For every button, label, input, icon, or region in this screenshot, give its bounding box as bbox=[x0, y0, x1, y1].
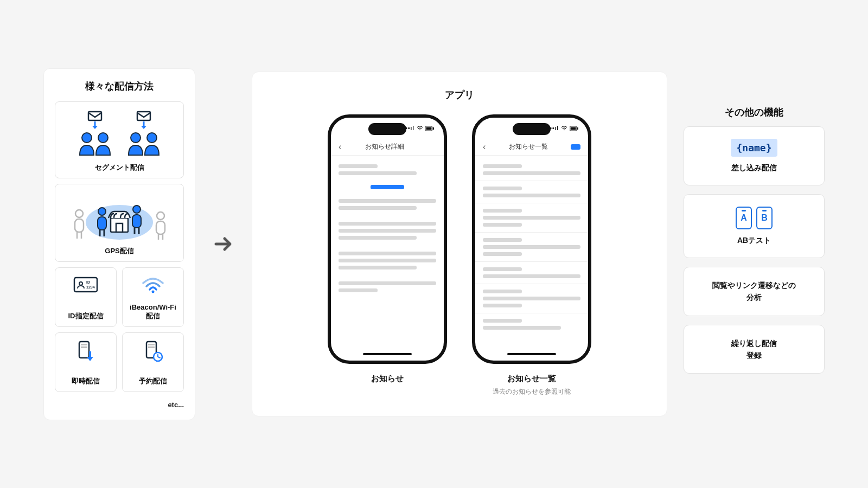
feature-analytics-line2: 分析 bbox=[691, 291, 818, 303]
ab-a-icon: A bbox=[736, 207, 752, 229]
card-segment-delivery: セグメント配信 bbox=[55, 101, 184, 178]
phone-mockup: ••ıl ‹ お知らせ詳細 bbox=[328, 114, 447, 364]
card-instant-label: 即時配信 bbox=[60, 376, 112, 386]
signal-icon: ••ıl bbox=[550, 125, 559, 131]
segment-icon bbox=[60, 110, 179, 158]
phone-list-block: ••ıl ‹ お知らせ一覧 bbox=[472, 114, 591, 396]
back-icon: ‹ bbox=[339, 142, 341, 152]
nav-action-pill bbox=[571, 144, 580, 150]
card-id-delivery: ID 1234 ID指定配信 bbox=[55, 267, 117, 327]
svg-text:ID: ID bbox=[86, 280, 90, 284]
status-bar-icons: ••ıl bbox=[405, 125, 434, 131]
svg-rect-0 bbox=[88, 112, 101, 120]
svg-point-18 bbox=[79, 282, 82, 285]
svg-point-11 bbox=[133, 206, 141, 213]
feature-merge-delivery: {name} 差し込み配信 bbox=[684, 126, 825, 185]
other-features-title: その他の機能 bbox=[684, 106, 825, 119]
svg-text:1234: 1234 bbox=[86, 285, 95, 289]
feature-analytics: 閲覧やリンク遷移などの 分析 bbox=[684, 267, 825, 316]
svg-rect-10 bbox=[98, 217, 106, 230]
svg-point-1 bbox=[82, 133, 92, 143]
feature-analytics-line1: 閲覧やリンク遷移などの bbox=[691, 279, 818, 291]
signal-icon: ••ıl bbox=[405, 125, 414, 131]
feature-merge-label: 差し込み配信 bbox=[691, 163, 818, 173]
svg-rect-26 bbox=[148, 344, 155, 345]
svg-rect-8 bbox=[116, 223, 123, 232]
svg-rect-14 bbox=[75, 219, 84, 232]
phones-row: ••ıl ‹ お知らせ詳細 bbox=[274, 114, 645, 396]
svg-point-5 bbox=[147, 133, 157, 143]
instant-delivery-icon bbox=[60, 341, 112, 362]
svg-rect-16 bbox=[156, 221, 165, 234]
card-ibeacon-delivery: iBeacon/Wi-Fi配信 bbox=[122, 267, 184, 327]
dynamic-island-icon bbox=[368, 123, 406, 135]
phone-screen-content bbox=[331, 156, 444, 361]
card-segment-label: セグメント配信 bbox=[60, 163, 179, 172]
svg-point-15 bbox=[157, 212, 164, 220]
other-features-column: その他の機能 {name} 差し込み配信 A B ABテスト 閲覧やリンク遷移な… bbox=[684, 106, 825, 383]
phone-nav-bar: ‹ お知らせ詳細 bbox=[331, 138, 444, 156]
card-row-2: 即時配信 予約配信 bbox=[55, 332, 184, 397]
wifi-status-icon bbox=[417, 126, 423, 131]
card-scheduled-label: 予約配信 bbox=[127, 376, 179, 386]
svg-point-13 bbox=[75, 210, 83, 217]
phone-nav-bar: ‹ お知らせ一覧 bbox=[475, 138, 588, 156]
svg-point-9 bbox=[98, 208, 106, 215]
card-ibeacon-label: iBeacon/Wi-Fi配信 bbox=[127, 303, 179, 321]
wifi-icon bbox=[127, 275, 179, 294]
phone-nav-title: お知らせ詳細 bbox=[365, 142, 404, 151]
svg-rect-34 bbox=[577, 127, 578, 130]
gps-icon bbox=[60, 192, 179, 242]
svg-rect-30 bbox=[426, 127, 432, 130]
phone-nav-title: お知らせ一覧 bbox=[509, 142, 548, 151]
svg-rect-23 bbox=[81, 344, 87, 345]
merge-tag-icon: {name} bbox=[731, 139, 777, 157]
etc-label: etc... bbox=[55, 401, 184, 409]
feature-ab-test: A B ABテスト bbox=[684, 194, 825, 258]
phone-detail-block: ••ıl ‹ お知らせ詳細 bbox=[328, 114, 447, 396]
id-card-icon: ID 1234 bbox=[60, 275, 112, 294]
svg-rect-24 bbox=[81, 346, 87, 348]
card-id-label: ID指定配信 bbox=[60, 311, 112, 321]
delivery-methods-title: 様々な配信方法 bbox=[55, 80, 184, 93]
svg-rect-31 bbox=[433, 127, 434, 130]
delivery-methods-panel: 様々な配信方法 bbox=[43, 68, 195, 420]
card-row-1: ID 1234 ID指定配信 iBeacon/Wi-Fi配信 bbox=[55, 267, 184, 332]
diagram-canvas: 様々な配信方法 bbox=[0, 0, 868, 488]
svg-point-21 bbox=[152, 290, 155, 293]
svg-rect-12 bbox=[132, 215, 141, 228]
ab-b-icon: B bbox=[756, 207, 773, 229]
app-panel-title: アプリ bbox=[274, 88, 645, 101]
svg-rect-3 bbox=[137, 112, 150, 120]
battery-icon bbox=[570, 126, 578, 131]
status-bar-icons: ••ıl bbox=[550, 125, 578, 131]
card-instant-delivery: 即時配信 bbox=[55, 332, 117, 392]
feature-repeat-line2: 登録 bbox=[691, 349, 818, 361]
feature-ab-label: ABテスト bbox=[691, 236, 818, 246]
card-gps-label: GPS配信 bbox=[60, 246, 179, 256]
scheduled-delivery-icon bbox=[127, 341, 179, 362]
wifi-status-icon bbox=[561, 126, 567, 131]
svg-rect-27 bbox=[148, 346, 155, 348]
dynamic-island-icon bbox=[513, 123, 551, 135]
svg-rect-33 bbox=[571, 127, 576, 130]
svg-point-4 bbox=[131, 133, 141, 143]
card-scheduled-delivery: 予約配信 bbox=[122, 332, 184, 392]
svg-rect-17 bbox=[74, 278, 97, 292]
phone-mockup: ••ıl ‹ お知らせ一覧 bbox=[472, 114, 591, 364]
feature-repeat: 繰り返し配信 登録 bbox=[684, 325, 825, 374]
back-icon: ‹ bbox=[483, 142, 486, 152]
app-panel: アプリ ••ıl ‹ bbox=[252, 72, 667, 416]
home-indicator bbox=[363, 353, 412, 355]
feature-repeat-line1: 繰り返し配信 bbox=[691, 337, 818, 349]
phone-screen-content bbox=[475, 156, 588, 361]
battery-icon bbox=[425, 126, 434, 131]
phone-list-label: お知らせ一覧 bbox=[472, 374, 591, 384]
arrow-right-icon bbox=[212, 232, 235, 256]
phone-detail-label: お知らせ bbox=[328, 374, 447, 384]
card-gps-delivery: GPS配信 bbox=[55, 184, 184, 262]
phone-list-sublabel: 過去のお知らせを参照可能 bbox=[472, 387, 591, 396]
svg-point-2 bbox=[98, 133, 108, 143]
home-indicator bbox=[507, 353, 556, 355]
